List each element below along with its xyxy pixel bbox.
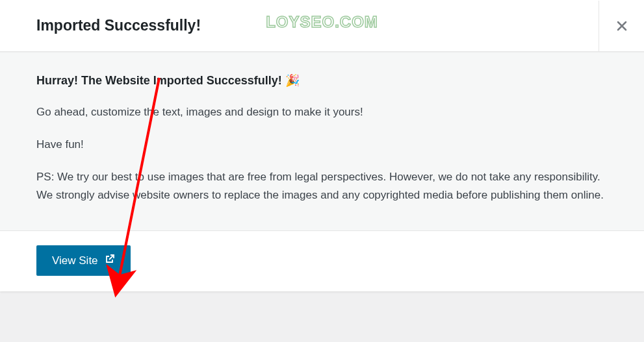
customize-text: Go ahead, customize the text, images and… (36, 103, 608, 121)
close-icon (617, 17, 627, 35)
view-site-label: View Site (52, 254, 98, 267)
view-site-button[interactable]: View Site (36, 245, 131, 276)
ps-text: PS: We try our best to use images that a… (36, 168, 608, 204)
close-button[interactable] (599, 1, 644, 51)
success-modal: Imported Successfully! LOYSEO.COM Hurray… (0, 0, 644, 291)
external-link-icon (105, 254, 115, 267)
havefun-text: Have fun! (36, 136, 608, 154)
modal-title: Imported Successfully! (36, 17, 201, 34)
watermark-text: LOYSEO.COM (266, 13, 378, 31)
success-heading: Hurray! The Website Imported Successfull… (36, 73, 608, 88)
modal-footer: View Site (0, 230, 644, 291)
modal-body: Hurray! The Website Imported Successfull… (0, 52, 644, 230)
modal-header: Imported Successfully! LOYSEO.COM (0, 0, 644, 52)
